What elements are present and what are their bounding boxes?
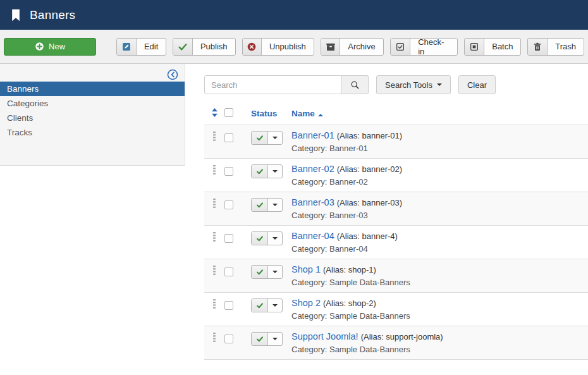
table-row: Support Joomla! (Alias: support-joomla) …	[204, 326, 588, 360]
row-checkbox[interactable]	[224, 200, 233, 209]
banner-alias: (Alias: support-joomla)	[361, 332, 443, 341]
banner-category: Category: Banner-04	[291, 242, 588, 254]
published-check-icon	[252, 333, 268, 345]
status-dropdown-caret[interactable]	[268, 165, 282, 178]
name-column-header[interactable]: Name	[291, 109, 315, 118]
checkin-button-label: Check-in	[410, 39, 457, 55]
table-row: Banner-02 (Alias: banner-02) Category: B…	[204, 159, 588, 192]
sidebar-item-tracks[interactable]: Tracks	[0, 125, 185, 140]
banner-alias: (Alias: banner-4)	[337, 231, 398, 241]
new-button[interactable]: New	[4, 38, 96, 56]
sidebar-item-categories[interactable]: Categories	[0, 96, 185, 111]
sidebar-item-banners[interactable]: Banners	[0, 82, 185, 96]
banner-alias: (Alias: banner-03)	[337, 198, 402, 207]
banner-category: Category: Banner-01	[291, 141, 588, 153]
status-column-header[interactable]: Status	[251, 109, 277, 118]
published-check-icon	[252, 132, 268, 144]
row-checkbox[interactable]	[224, 335, 233, 343]
publish-button[interactable]: Publish	[173, 38, 235, 56]
banner-category: Category: Sample Data-Banners	[291, 275, 588, 287]
status-dropdown-caret[interactable]	[268, 132, 282, 144]
status-dropdown-caret[interactable]	[268, 232, 282, 245]
batch-button[interactable]: Batch	[464, 38, 521, 56]
checkin-checkbox-icon	[391, 39, 410, 55]
checkin-button[interactable]: Check-in	[390, 38, 458, 56]
trash-button-label: Trash	[548, 39, 584, 55]
status-dropdown-caret[interactable]	[268, 266, 282, 278]
row-checkbox[interactable]	[224, 167, 233, 176]
collapse-sidebar-icon[interactable]	[167, 69, 178, 80]
published-check-icon	[252, 165, 268, 178]
banner-category: Category: Sample Data-Banners	[291, 309, 588, 321]
banners-table: Status Name Banner-01 (Alias: banner-01)…	[204, 103, 588, 360]
banner-alias: (Alias: banner-01)	[337, 131, 402, 140]
archive-button-label: Archive	[340, 39, 383, 55]
sidebar-item-clients[interactable]: Clients	[0, 111, 185, 125]
drag-handle-icon[interactable]	[213, 165, 216, 177]
banner-name-link[interactable]: Banner-01	[291, 130, 334, 140]
published-check-icon	[252, 232, 268, 245]
banner-name-link[interactable]: Banner-02	[291, 164, 334, 174]
row-checkbox[interactable]	[224, 234, 233, 243]
batch-square-icon	[465, 39, 484, 55]
toolbar: New Edit Publish Unpublish	[0, 30, 588, 64]
archive-button[interactable]: Archive	[321, 38, 384, 56]
status-publish-toggle[interactable]	[251, 131, 283, 145]
status-publish-toggle[interactable]	[251, 231, 283, 245]
row-checkbox[interactable]	[224, 133, 233, 142]
search-input[interactable]	[204, 75, 341, 94]
app-header: Banners	[0, 0, 588, 30]
drag-handle-icon[interactable]	[213, 199, 216, 211]
clear-button[interactable]: Clear	[458, 75, 496, 94]
banner-name-link[interactable]: Support Joomla!	[291, 331, 358, 341]
status-dropdown-caret[interactable]	[268, 199, 282, 211]
publish-button-label: Publish	[193, 39, 235, 55]
new-button-label: New	[49, 42, 65, 51]
sidebar: Banners Categories Clients Tracks	[0, 64, 185, 375]
row-checkbox[interactable]	[224, 267, 233, 276]
drag-handle-icon[interactable]	[213, 232, 216, 244]
drag-handle-icon[interactable]	[213, 132, 216, 144]
status-publish-toggle[interactable]	[251, 298, 283, 312]
status-dropdown-caret[interactable]	[268, 299, 282, 312]
table-row: Banner-04 (Alias: banner-4) Category: Ba…	[204, 226, 588, 259]
unpublish-button-label: Unpublish	[262, 39, 314, 55]
published-check-icon	[252, 299, 268, 312]
published-check-icon	[252, 266, 268, 278]
search-tools-button[interactable]: Search Tools	[376, 75, 451, 94]
table-header-row: Status Name	[204, 103, 588, 125]
status-publish-toggle[interactable]	[251, 332, 283, 346]
trash-icon	[528, 39, 548, 55]
search-button[interactable]	[341, 75, 369, 94]
status-publish-toggle[interactable]	[251, 198, 283, 212]
table-row: Shop 2 (Alias: shop-2) Category: Sample …	[204, 293, 588, 326]
select-all-checkbox[interactable]	[224, 108, 233, 117]
banner-name-link[interactable]: Shop 1	[291, 264, 321, 274]
edit-button[interactable]: Edit	[116, 38, 166, 56]
row-checkbox[interactable]	[224, 301, 233, 310]
banner-category: Category: Banner-03	[291, 208, 588, 220]
main-content: Search Tools Clear Status Name	[185, 64, 588, 375]
status-publish-toggle[interactable]	[251, 164, 283, 178]
drag-handle-icon[interactable]	[213, 266, 216, 278]
banner-name-link[interactable]: Banner-04	[291, 231, 334, 241]
edit-icon	[117, 39, 137, 55]
banner-alias: (Alias: banner-02)	[337, 164, 402, 174]
status-publish-toggle[interactable]	[251, 265, 283, 279]
drag-handle-icon[interactable]	[213, 333, 216, 345]
chevron-down-icon	[437, 83, 442, 86]
banner-name-link[interactable]: Banner-03	[291, 197, 334, 207]
trash-button[interactable]: Trash	[527, 38, 584, 56]
published-check-icon	[252, 199, 268, 211]
search-icon	[350, 80, 360, 90]
status-dropdown-caret[interactable]	[268, 333, 282, 345]
ordering-sort-icon[interactable]	[211, 108, 218, 117]
bookmark-icon	[9, 9, 22, 22]
unpublish-button[interactable]: Unpublish	[242, 38, 314, 56]
edit-button-label: Edit	[137, 39, 166, 55]
banner-name-link[interactable]: Shop 2	[291, 298, 321, 308]
banner-alias: (Alias: shop-1)	[323, 265, 376, 274]
drag-handle-icon[interactable]	[213, 299, 216, 311]
banner-alias: (Alias: shop-2)	[323, 298, 376, 308]
table-row: Banner-03 (Alias: banner-03) Category: B…	[204, 192, 588, 226]
